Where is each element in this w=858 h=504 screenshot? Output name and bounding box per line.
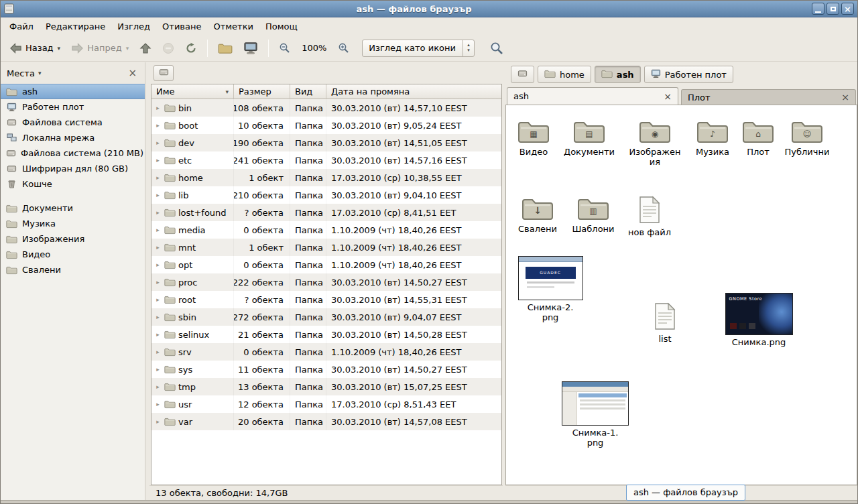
icon-view-item[interactable]: Снимка-1. png — [558, 381, 632, 448]
expander-icon[interactable]: ▸ — [154, 139, 162, 146]
expander-icon[interactable]: ▸ — [154, 244, 162, 251]
sidebar-dropdown-icon[interactable]: ▾ — [38, 70, 42, 76]
table-row[interactable]: ▸opt0 обектаПапка1.10.2009 (чт) 18,40,26… — [151, 256, 501, 273]
icon-view-item[interactable]: GNOME StoreСнимка.png — [722, 293, 796, 347]
pathbar-root-button[interactable] — [511, 66, 534, 83]
search-button[interactable] — [485, 38, 508, 59]
expander-icon[interactable]: ▸ — [154, 401, 162, 407]
expander-icon[interactable]: ▸ — [154, 279, 162, 286]
home-button[interactable] — [213, 38, 237, 58]
icon-view-item[interactable]: ▤Документи — [560, 118, 618, 157]
column-header-name[interactable]: Име ▾ — [151, 84, 234, 99]
table-row[interactable]: ▸root? обектаПапка30.03.2010 (вт) 14,55,… — [151, 291, 501, 308]
stop-button[interactable] — [158, 38, 179, 58]
icon-view[interactable]: ▦Видео▤Документи◉Изображен ия♪Музика⌂Пло… — [505, 105, 857, 485]
expander-icon[interactable]: ▸ — [154, 349, 162, 355]
table-row[interactable]: ▸lib210 обектаПапка30.03.2010 (вт) 9,04,… — [151, 186, 501, 204]
icon-view-item[interactable]: list — [636, 302, 694, 344]
column-header-date[interactable]: Дата на промяна — [326, 84, 501, 99]
sidebar-item[interactable]: Свалени — [1, 262, 145, 277]
path-button[interactable]: Работен плот — [644, 66, 733, 83]
tab-close-icon[interactable]: × — [841, 92, 849, 102]
view-mode-select[interactable]: Изглед като икони ▴▾ — [362, 40, 475, 57]
menu-item[interactable]: Редактиране — [40, 19, 111, 34]
table-row[interactable]: ▸sys11 обектаПапка30.03.2010 (вт) 14,50,… — [151, 361, 501, 378]
table-row[interactable]: ▸selinux21 обектаПапка30.03.2010 (вт) 14… — [151, 326, 501, 343]
sidebar-item[interactable]: Работен плот — [1, 99, 145, 115]
menu-item[interactable]: Помощ — [259, 19, 304, 34]
computer-button[interactable] — [239, 38, 263, 59]
expander-icon[interactable]: ▸ — [154, 192, 162, 198]
icon-view-item[interactable]: ▥Шаблони — [564, 195, 622, 234]
expander-icon[interactable]: ▸ — [154, 383, 162, 390]
icon-view-item[interactable]: GUADECСнимка-2. png — [513, 256, 587, 322]
sidebar-item[interactable]: Файлова система — [1, 115, 145, 130]
up-button[interactable] — [135, 38, 156, 58]
titlebar[interactable]: ash — файлов браузър × — [1, 1, 857, 17]
sidebar-item[interactable]: Локална мрежа — [1, 130, 145, 145]
table-row[interactable]: ▸mnt1 обектПапка1.10.2009 (чт) 18,40,26 … — [151, 239, 501, 256]
column-header-type[interactable]: Вид — [290, 84, 326, 99]
table-row[interactable]: ▸usr12 обектаПапка17.03.2010 (ср) 8,51,4… — [151, 395, 501, 413]
table-row[interactable]: ▸boot10 обектаПапка30.03.2010 (вт) 9,05,… — [151, 117, 501, 134]
expander-icon[interactable]: ▸ — [154, 157, 162, 164]
zoom-out-button[interactable] — [274, 38, 295, 58]
table-row[interactable]: ▸dev190 обектаПапка30.03.2010 (вт) 14,51… — [151, 134, 501, 151]
sidebar-item[interactable]: Файлова система (210 MB) — [1, 145, 145, 161]
expander-icon[interactable]: ▸ — [154, 418, 162, 425]
tab[interactable]: ash× — [507, 87, 678, 105]
sidebar-close-icon[interactable]: × — [126, 68, 139, 78]
path-button[interactable]: ash — [595, 66, 641, 83]
expander-icon[interactable]: ▸ — [154, 174, 162, 181]
maximize-button[interactable] — [826, 3, 839, 15]
sidebar-item[interactable]: Кошче — [1, 176, 145, 192]
icon-view-item[interactable]: ◉Изображен ия — [626, 118, 684, 167]
table-row[interactable]: ▸etc241 обектаПапка30.03.2010 (вт) 14,57… — [151, 151, 501, 169]
expander-icon[interactable]: ▸ — [154, 122, 162, 129]
icon-view-item[interactable]: нов файл — [621, 196, 678, 237]
expander-icon[interactable]: ▸ — [154, 105, 162, 111]
sidebar-item[interactable]: Документи — [1, 200, 145, 216]
reload-button[interactable] — [180, 38, 202, 58]
expander-icon[interactable]: ▸ — [154, 366, 162, 373]
forward-button[interactable]: Напред ▾ — [66, 38, 133, 58]
minimize-button[interactable] — [812, 3, 824, 15]
table-row[interactable]: ▸bin108 обектаПапка30.03.2010 (вт) 14,57… — [151, 99, 501, 117]
menu-item[interactable]: Файл — [3, 19, 40, 34]
close-button[interactable]: × — [841, 3, 854, 15]
tab[interactable]: Плот× — [681, 89, 856, 105]
table-row[interactable]: ▸srv0 обектаПапка1.10.2009 (чт) 18,40,26… — [151, 343, 501, 361]
expander-icon[interactable]: ▸ — [154, 227, 162, 233]
menu-item[interactable]: Отметки — [207, 19, 259, 34]
icon-view-item[interactable]: ☺Публични — [778, 118, 836, 157]
path-button[interactable]: home — [538, 66, 591, 83]
zoom-in-button[interactable] — [333, 38, 354, 58]
table-row[interactable]: ▸var20 обектаПапка30.03.2010 (вт) 14,57,… — [151, 413, 501, 430]
table-row[interactable]: ▸tmp13 обектаПапка30.03.2010 (вт) 15,07,… — [151, 378, 501, 395]
view-mode-spinner-icon[interactable]: ▴▾ — [463, 40, 474, 56]
menu-item[interactable]: Изглед — [111, 19, 156, 34]
back-button[interactable]: Назад ▾ — [5, 38, 65, 58]
column-header-size[interactable]: Размер — [234, 84, 290, 99]
sidebar-item[interactable]: Изображения — [1, 231, 145, 247]
menu-item[interactable]: Отиване — [156, 19, 207, 34]
table-row[interactable]: ▸sbin272 обектаПапка30.03.2010 (вт) 9,04… — [151, 308, 501, 326]
table-row[interactable]: ▸proc222 обектаПапка30.03.2010 (вт) 14,5… — [151, 273, 501, 291]
icon-view-item[interactable]: ▦Видео — [505, 118, 562, 157]
table-row[interactable]: ▸lost+found? обектаПапка17.03.2010 (ср) … — [151, 204, 501, 221]
expander-icon[interactable]: ▸ — [154, 261, 162, 268]
expander-icon[interactable]: ▸ — [154, 296, 162, 303]
sidebar-header[interactable]: Места ▾ × — [1, 62, 145, 84]
expander-icon[interactable]: ▸ — [154, 209, 162, 216]
sidebar-item[interactable]: Видео — [1, 247, 145, 262]
table-row[interactable]: ▸home1 обектПапка17.03.2010 (ср) 10,38,5… — [151, 169, 501, 186]
expander-icon[interactable]: ▸ — [154, 314, 162, 320]
pathbar-root-button[interactable] — [154, 65, 174, 81]
expander-icon[interactable]: ▸ — [154, 331, 162, 338]
tab-close-icon[interactable]: × — [664, 92, 672, 101]
sidebar-item[interactable]: ash — [1, 84, 145, 99]
sidebar-item[interactable]: Музика — [1, 216, 145, 231]
sidebar-item[interactable]: Шифриран дял (80 GB) — [1, 161, 145, 176]
icon-view-item[interactable]: ↓Свалени — [509, 195, 566, 234]
table-row[interactable]: ▸media0 обектаПапка1.10.2009 (чт) 18,40,… — [151, 221, 501, 239]
